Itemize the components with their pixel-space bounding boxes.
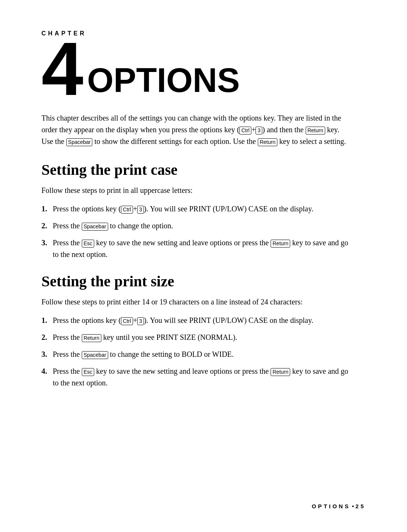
step-2-2: 2. Press the Return key until you see PR… — [41, 332, 350, 343]
section1-intro: Follow these steps to print in all upper… — [41, 185, 350, 196]
section-print-size: Setting the print size Follow these step… — [41, 272, 366, 389]
footer-dot: • — [350, 503, 356, 509]
footer-options-label: OPTIONS — [312, 503, 350, 509]
step-1-1: 1. Press the options key (Ctrl+3). You w… — [41, 203, 350, 215]
footer-page-number: 25 — [355, 503, 366, 509]
step-2-3: 3. Press the Spacebar to change the sett… — [41, 349, 350, 360]
return-key-s2: Return — [82, 334, 101, 342]
3-key-s1: 3 — [137, 206, 144, 214]
section1-steps: 1. Press the options key (Ctrl+3). You w… — [41, 203, 366, 260]
step-number: 2. — [41, 332, 47, 343]
page: CHAPTER 4 OPTIONS This chapter describes… — [0, 0, 407, 532]
step-1-2: 2. Press the Spacebar to change the opti… — [41, 220, 350, 232]
step-2-1: 1. Press the options key (Ctrl+3). You w… — [41, 315, 350, 326]
footer: OPTIONS • 25 — [312, 503, 366, 509]
section2-heading: Setting the print size — [41, 272, 366, 290]
return-key-s1: Return — [271, 240, 290, 248]
chapter-number: 4 — [41, 37, 83, 101]
return-key-intro2: Return — [258, 138, 277, 147]
spacebar-key-intro: Spacebar — [66, 138, 93, 147]
return-key-s2b: Return — [271, 368, 290, 376]
step-number: 1. — [41, 315, 47, 326]
ctrl-key: Ctrl — [239, 127, 251, 135]
section1-heading: Setting the print case — [41, 161, 366, 179]
step-number: 1. — [41, 203, 47, 215]
chapter-label: CHAPTER — [41, 30, 366, 37]
chapter-heading: 4 OPTIONS — [41, 37, 366, 101]
section2-intro: Follow these steps to print either 14 or… — [41, 296, 350, 308]
esc-key-s1: Esc — [82, 240, 94, 248]
step-number: 3. — [41, 237, 47, 249]
step-number: 4. — [41, 365, 47, 377]
section2-steps: 1. Press the options key (Ctrl+3). You w… — [41, 315, 366, 389]
step-1-3: 3. Press the Esc key to save the new set… — [41, 237, 350, 260]
chapter-title: OPTIONS — [87, 63, 240, 101]
3-key-s2: 3 — [137, 317, 144, 326]
esc-key-s2: Esc — [82, 368, 94, 376]
section-print-case: Setting the print case Follow these step… — [41, 161, 366, 260]
step-number: 3. — [41, 349, 47, 360]
ctrl-key-s2: Ctrl — [121, 317, 133, 326]
3-key: 3 — [256, 127, 262, 135]
step-number: 2. — [41, 220, 47, 232]
return-key-intro: Return — [306, 127, 325, 135]
intro-paragraph: This chapter describes all of the settin… — [41, 112, 350, 147]
ctrl-key-s1: Ctrl — [121, 206, 133, 214]
spacebar-key-s1: Spacebar — [82, 223, 108, 231]
step-2-4: 4. Press the Esc key to save the new set… — [41, 365, 350, 389]
spacebar-key-s2: Spacebar — [82, 351, 108, 359]
